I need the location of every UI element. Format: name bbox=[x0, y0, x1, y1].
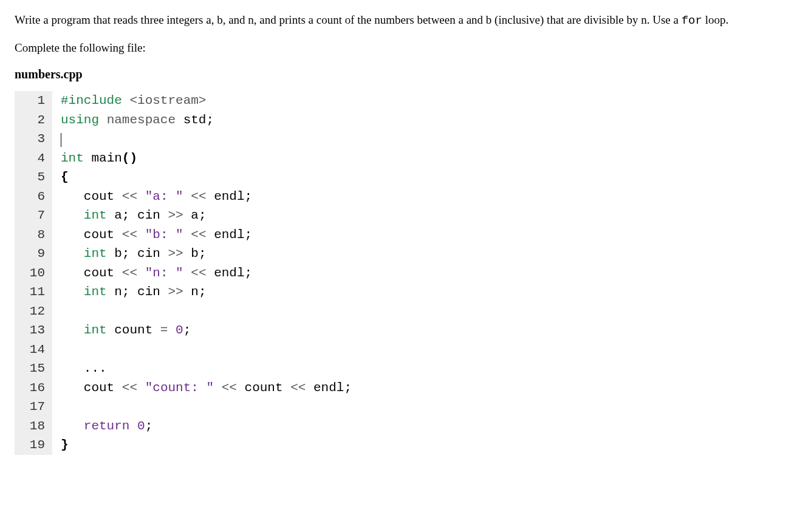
code-token: ; bbox=[245, 189, 253, 203]
complete-file-label: Complete the following file: bbox=[15, 40, 782, 56]
code-token: b bbox=[114, 247, 122, 261]
code-content[interactable]: ... bbox=[52, 359, 352, 378]
code-content[interactable] bbox=[52, 302, 352, 321]
code-line[interactable]: 11 int n; cin >> n; bbox=[15, 282, 352, 302]
code-line[interactable]: 13 int count = 0; bbox=[15, 321, 352, 340]
code-token: endl bbox=[214, 189, 244, 203]
code-content[interactable]: int b; cin >> b; bbox=[52, 244, 352, 264]
code-token bbox=[61, 419, 84, 433]
code-content[interactable]: int main() bbox=[52, 149, 352, 168]
code-token: << bbox=[122, 189, 137, 203]
code-token bbox=[61, 208, 84, 222]
code-content[interactable]: int a; cin >> a; bbox=[52, 206, 352, 225]
code-line[interactable]: 15 ... bbox=[15, 359, 352, 378]
code-token bbox=[61, 381, 84, 395]
code-token: namespace bbox=[107, 113, 176, 127]
filename-header: numbers.cpp bbox=[15, 66, 782, 83]
code-token bbox=[61, 323, 84, 337]
code-token: int bbox=[84, 323, 107, 337]
code-token: int bbox=[84, 208, 107, 222]
code-token bbox=[214, 381, 222, 395]
code-token: << bbox=[191, 189, 206, 203]
code-token bbox=[61, 285, 84, 299]
line-number: 6 bbox=[15, 187, 52, 206]
code-line[interactable]: 7 int a; cin >> a; bbox=[15, 206, 352, 225]
code-token: } bbox=[61, 438, 69, 452]
code-content[interactable]: cout << "b: " << endl; bbox=[52, 225, 352, 245]
code-line[interactable]: 19} bbox=[15, 435, 352, 455]
line-number: 13 bbox=[15, 321, 52, 340]
code-token: ; bbox=[206, 113, 214, 127]
code-line[interactable]: 5{ bbox=[15, 168, 352, 187]
text-cursor bbox=[61, 133, 61, 147]
code-line[interactable]: 17 bbox=[15, 397, 352, 417]
code-content[interactable]: } bbox=[52, 435, 352, 455]
code-token: << bbox=[122, 228, 137, 242]
code-token bbox=[61, 189, 84, 203]
line-number: 9 bbox=[15, 244, 52, 264]
code-token: << bbox=[122, 381, 137, 395]
line-number: 2 bbox=[15, 111, 52, 130]
line-number: 15 bbox=[15, 359, 52, 378]
code-content[interactable]: #include <iostream> bbox=[52, 91, 352, 111]
code-line[interactable]: 10 cout << "n: " << endl; bbox=[15, 264, 352, 283]
code-line[interactable]: 16 cout << "count: " << count << endl; bbox=[15, 378, 352, 398]
code-content[interactable]: int n; cin >> n; bbox=[52, 282, 352, 302]
code-line[interactable]: 1#include <iostream> bbox=[15, 91, 352, 111]
code-token bbox=[160, 285, 168, 299]
code-token: cout bbox=[84, 381, 114, 395]
code-line[interactable]: 3 bbox=[15, 129, 352, 149]
code-content[interactable]: cout << "count: " << count << endl; bbox=[52, 378, 352, 398]
code-token: "n: " bbox=[145, 266, 183, 280]
code-content[interactable]: int count = 0; bbox=[52, 321, 352, 340]
line-number: 3 bbox=[15, 129, 52, 149]
code-line[interactable]: 6 cout << "a: " << endl; bbox=[15, 187, 352, 206]
code-line[interactable]: 12 bbox=[15, 302, 352, 321]
code-token bbox=[183, 266, 191, 280]
code-content[interactable] bbox=[52, 340, 352, 360]
code-token bbox=[207, 228, 214, 242]
code-token: cout bbox=[84, 228, 114, 242]
code-line[interactable]: 8 cout << "b: " << endl; bbox=[15, 225, 352, 245]
code-content[interactable]: cout << "a: " << endl; bbox=[52, 187, 352, 206]
code-token bbox=[107, 323, 115, 337]
code-token bbox=[107, 247, 115, 261]
code-content[interactable]: using namespace std; bbox=[52, 111, 352, 130]
code-token bbox=[107, 208, 115, 222]
code-line[interactable]: 2using namespace std; bbox=[15, 111, 352, 130]
code-token: n bbox=[114, 285, 122, 299]
code-content[interactable]: return 0; bbox=[52, 417, 352, 436]
code-token bbox=[183, 228, 191, 242]
code-token: 0 bbox=[176, 323, 183, 337]
code-line[interactable]: 4int main() bbox=[15, 149, 352, 168]
code-editor[interactable]: 1#include <iostream>2using namespace std… bbox=[15, 91, 352, 455]
code-content[interactable] bbox=[52, 129, 352, 149]
code-token: count bbox=[245, 381, 283, 395]
line-number: 10 bbox=[15, 264, 52, 283]
code-content[interactable]: { bbox=[52, 168, 352, 187]
code-token: cin bbox=[137, 208, 160, 222]
code-token: ; bbox=[344, 381, 352, 395]
code-token: cin bbox=[137, 247, 160, 261]
code-token bbox=[237, 381, 245, 395]
code-line[interactable]: 9 int b; cin >> b; bbox=[15, 244, 352, 264]
code-line[interactable]: 18 return 0; bbox=[15, 417, 352, 436]
code-token: ; bbox=[122, 247, 137, 261]
code-token: ; bbox=[122, 208, 137, 222]
line-number: 19 bbox=[15, 435, 52, 455]
code-token: a bbox=[191, 208, 199, 222]
line-number: 14 bbox=[15, 340, 52, 360]
code-token: count bbox=[114, 323, 152, 337]
code-content[interactable]: cout << "n: " << endl; bbox=[52, 264, 352, 283]
code-token: ; bbox=[199, 285, 207, 299]
code-token: { bbox=[61, 170, 69, 184]
code-content[interactable] bbox=[52, 397, 352, 417]
code-line[interactable]: 14 bbox=[15, 340, 352, 360]
code-token bbox=[61, 247, 84, 261]
code-token: main bbox=[91, 151, 121, 165]
line-number: 7 bbox=[15, 206, 52, 225]
code-token: b bbox=[191, 247, 199, 261]
code-token: << bbox=[122, 266, 137, 280]
code-token: cout bbox=[84, 189, 114, 203]
code-token bbox=[137, 381, 145, 395]
